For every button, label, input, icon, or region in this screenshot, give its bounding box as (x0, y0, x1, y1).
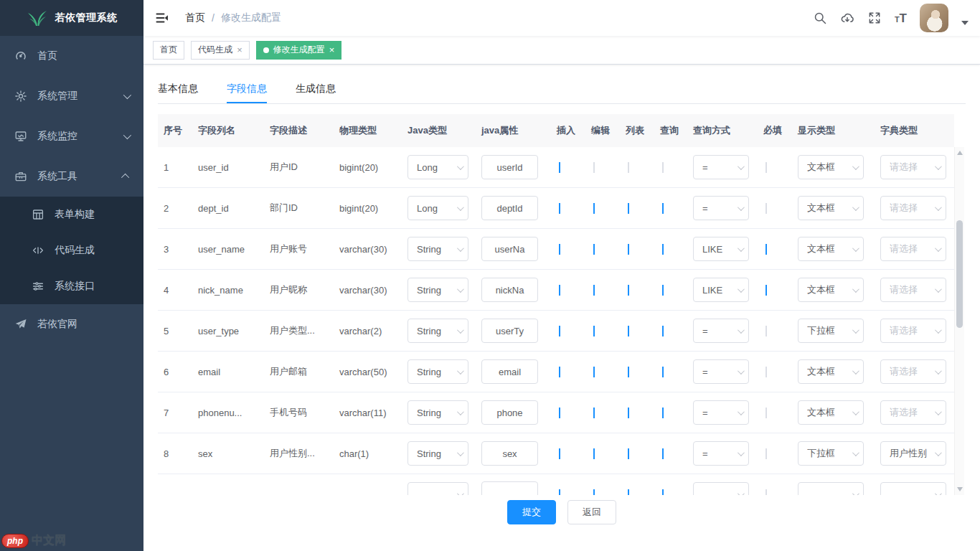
display-type-select[interactable]: 文本框 (798, 359, 864, 384)
sidebar-toggle-icon[interactable] (155, 11, 169, 25)
list-checkbox[interactable] (628, 203, 629, 214)
sidebar-item-ruoyi-site[interactable]: 若依官网 (0, 304, 143, 344)
java-prop-input[interactable]: userNa (481, 237, 538, 261)
java-type-select[interactable]: String (407, 359, 468, 384)
font-size-icon[interactable]: TT (895, 12, 907, 24)
dict-type-select[interactable]: 用户性别 (880, 441, 946, 466)
app-logo[interactable]: 若依管理系统 (0, 0, 143, 36)
query-type-select[interactable]: = (693, 441, 749, 466)
edit-checkbox[interactable] (593, 489, 595, 496)
required-checkbox[interactable] (765, 203, 767, 214)
java-type-select[interactable] (407, 482, 468, 495)
insert-checkbox[interactable] (559, 326, 560, 336)
insert-checkbox[interactable] (559, 162, 560, 173)
dict-type-select[interactable]: 请选择 (880, 359, 946, 384)
tab-1[interactable]: 字段信息 (227, 75, 267, 103)
insert-checkbox[interactable] (559, 448, 560, 459)
query-type-select[interactable] (693, 482, 749, 495)
java-prop-input[interactable]: deptId (481, 196, 538, 220)
sidebar-item-code-gen[interactable]: 代码生成 (0, 232, 143, 268)
cloud-download-icon[interactable] (840, 11, 854, 25)
sidebar-item-system-manage[interactable]: 系统管理 (0, 76, 143, 116)
insert-checkbox[interactable] (559, 489, 560, 496)
edit-checkbox[interactable] (593, 244, 595, 255)
query-checkbox[interactable] (662, 244, 664, 255)
tag-0[interactable]: 首页 (153, 41, 184, 60)
edit-checkbox[interactable] (593, 367, 595, 377)
tab-2[interactable]: 生成信息 (296, 75, 336, 103)
required-checkbox[interactable] (765, 408, 767, 418)
edit-checkbox[interactable] (593, 408, 595, 418)
required-checkbox[interactable] (765, 448, 767, 459)
edit-checkbox[interactable] (593, 326, 595, 336)
list-checkbox[interactable] (628, 285, 629, 296)
sidebar-item-system-tools[interactable]: 系统工具 (0, 156, 143, 197)
scrollbar-thumb[interactable] (956, 220, 963, 328)
query-checkbox[interactable] (662, 408, 664, 418)
java-type-select[interactable]: Long (407, 155, 468, 179)
required-checkbox[interactable] (765, 162, 767, 173)
back-button[interactable]: 返回 (567, 500, 616, 524)
sidebar-item-system-api[interactable]: 系统接口 (0, 268, 143, 304)
required-checkbox[interactable] (765, 285, 767, 296)
java-type-select[interactable]: String (407, 400, 468, 425)
list-checkbox[interactable] (628, 326, 629, 336)
table-scrollbar[interactable] (954, 147, 964, 495)
dict-type-select[interactable]: 请选择 (880, 237, 946, 261)
list-checkbox[interactable] (628, 162, 629, 173)
display-type-select[interactable]: 文本框 (798, 155, 864, 179)
search-icon[interactable] (813, 11, 827, 25)
java-prop-input[interactable]: email (481, 359, 538, 384)
query-checkbox[interactable] (662, 448, 664, 459)
insert-checkbox[interactable] (559, 244, 560, 255)
list-checkbox[interactable] (628, 244, 629, 255)
list-checkbox[interactable] (628, 367, 629, 377)
breadcrumb-home[interactable]: 首页 (185, 11, 205, 24)
required-checkbox[interactable] (765, 367, 767, 377)
dict-type-select[interactable]: 请选择 (880, 155, 946, 179)
required-checkbox[interactable] (765, 244, 767, 255)
close-icon[interactable]: × (237, 45, 242, 55)
display-type-select[interactable]: 文本框 (798, 196, 864, 220)
java-prop-input[interactable] (481, 481, 538, 496)
query-checkbox[interactable] (662, 489, 664, 496)
java-prop-input[interactable]: userId (481, 155, 538, 179)
tab-0[interactable]: 基本信息 (158, 75, 198, 103)
tag-active[interactable]: 修改生成配置× (256, 41, 342, 60)
scroll-up-icon[interactable] (957, 151, 963, 155)
caret-down-icon[interactable] (961, 21, 969, 25)
required-checkbox[interactable] (765, 326, 767, 336)
query-type-select[interactable]: = (693, 196, 749, 220)
query-checkbox[interactable] (662, 162, 664, 173)
dict-type-select[interactable]: 请选择 (880, 196, 946, 220)
edit-checkbox[interactable] (593, 162, 595, 173)
java-type-select[interactable]: String (407, 441, 468, 466)
required-checkbox[interactable] (765, 489, 767, 496)
dict-type-select[interactable] (880, 482, 946, 495)
insert-checkbox[interactable] (559, 285, 560, 296)
scroll-down-icon[interactable] (957, 487, 963, 491)
query-type-select[interactable]: LIKE (693, 278, 749, 302)
java-prop-input[interactable]: phone (481, 400, 538, 425)
list-checkbox[interactable] (628, 408, 629, 418)
avatar[interactable] (920, 4, 948, 32)
display-type-select[interactable] (798, 482, 864, 495)
query-checkbox[interactable] (662, 326, 664, 336)
dict-type-select[interactable]: 请选择 (880, 319, 946, 343)
java-type-select[interactable]: String (407, 278, 468, 302)
sidebar-item-system-monitor[interactable]: 系统监控 (0, 116, 143, 156)
insert-checkbox[interactable] (559, 408, 560, 418)
java-type-select[interactable]: Long (407, 196, 468, 220)
submit-button[interactable]: 提交 (507, 500, 556, 524)
display-type-select[interactable]: 下拉框 (798, 319, 864, 343)
java-prop-input[interactable]: nickNa (481, 278, 538, 302)
display-type-select[interactable]: 文本框 (798, 237, 864, 261)
edit-checkbox[interactable] (593, 448, 595, 459)
java-type-select[interactable]: String (407, 237, 468, 261)
fullscreen-icon[interactable] (867, 11, 882, 25)
query-type-select[interactable]: = (693, 400, 749, 425)
java-prop-input[interactable]: userTy (481, 319, 538, 343)
java-prop-input[interactable]: sex (481, 441, 538, 466)
query-type-select[interactable]: LIKE (693, 237, 749, 261)
insert-checkbox[interactable] (559, 203, 560, 214)
